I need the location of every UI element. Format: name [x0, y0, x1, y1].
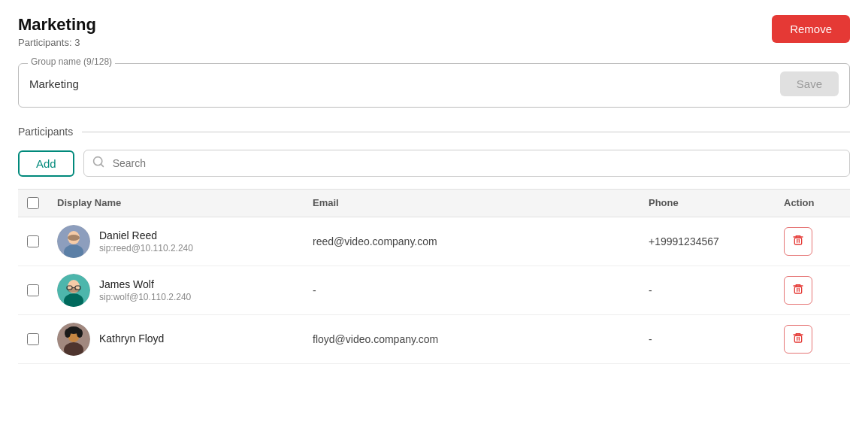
table-row: Daniel Reed sip:reed@10.110.2.240 reed@v… [18, 217, 850, 266]
delete-button[interactable] [784, 227, 812, 256]
name-block: Daniel Reed sip:reed@10.110.2.240 [99, 229, 193, 253]
participants-label: Participants [18, 126, 73, 138]
trash-icon [792, 283, 804, 298]
select-all-checkbox[interactable] [27, 197, 39, 209]
participant-email: reed@video.company.com [304, 235, 640, 247]
row-checkbox-cell[interactable] [18, 235, 48, 247]
trash-icon [792, 234, 804, 249]
avatar [57, 323, 90, 356]
table-row: James Wolf sip:wolf@10.110.2.240 - - [18, 266, 850, 315]
svg-point-24 [77, 329, 83, 338]
participants-divider [82, 132, 850, 132]
svg-rect-25 [794, 336, 801, 343]
participant-phone: - [640, 333, 775, 345]
header-row: Marketing Participants: 3 Remove [18, 15, 850, 48]
svg-rect-16 [794, 287, 801, 294]
table-header: Display Name Email Phone Action [18, 189, 850, 217]
search-wrapper [83, 150, 850, 177]
header-checkbox-cell[interactable] [18, 197, 48, 209]
table-row: Kathryn Floyd floyd@video.company.com - [18, 315, 850, 364]
row-checkbox[interactable] [27, 284, 39, 296]
svg-point-12 [68, 288, 80, 293]
col-action: Action [775, 197, 850, 209]
participants-count: Participants: 3 [18, 37, 96, 48]
search-icon [92, 156, 104, 171]
group-name-label: Group name (9/128) [28, 56, 115, 67]
title-block: Marketing Participants: 3 [18, 15, 96, 48]
name-block: Kathryn Floyd [99, 332, 164, 346]
action-cell [775, 325, 850, 354]
remove-button[interactable]: Remove [772, 15, 850, 43]
controls-row: Add [18, 150, 850, 177]
participant-sip: sip:wolf@10.110.2.240 [99, 292, 191, 302]
svg-point-23 [65, 329, 71, 338]
group-name-input[interactable] [29, 74, 771, 93]
participant-info: Kathryn Floyd [48, 323, 304, 356]
delete-button[interactable] [784, 276, 812, 305]
delete-button[interactable] [784, 325, 812, 354]
svg-point-5 [68, 235, 80, 241]
action-cell [775, 276, 850, 305]
row-checkbox[interactable] [27, 235, 39, 247]
participant-phone: - [640, 284, 775, 296]
save-button[interactable]: Save [780, 71, 839, 96]
action-cell [775, 227, 850, 256]
add-button[interactable]: Add [18, 150, 74, 177]
col-display-name: Display Name [48, 197, 304, 209]
col-phone: Phone [640, 197, 775, 209]
participant-email: - [304, 284, 640, 296]
avatar [57, 274, 90, 307]
participant-phone: +19991234567 [640, 235, 775, 247]
participant-sip: sip:reed@10.110.2.240 [99, 243, 193, 253]
trash-icon [792, 332, 804, 347]
participant-info: Daniel Reed sip:reed@10.110.2.240 [48, 225, 304, 258]
avatar [57, 225, 90, 258]
participant-name: Daniel Reed [99, 229, 193, 241]
participants-section-header: Participants [18, 126, 850, 138]
col-email: Email [304, 197, 640, 209]
participant-name: Kathryn Floyd [99, 332, 164, 344]
participant-email: floyd@video.company.com [304, 333, 640, 345]
svg-line-1 [101, 165, 103, 167]
row-checkbox[interactable] [27, 333, 39, 345]
row-checkbox-cell[interactable] [18, 284, 48, 296]
group-name-section: Group name (9/128) Save [18, 63, 850, 108]
row-checkbox-cell[interactable] [18, 333, 48, 345]
name-block: James Wolf sip:wolf@10.110.2.240 [99, 278, 191, 302]
search-input[interactable] [83, 150, 850, 177]
participant-info: James Wolf sip:wolf@10.110.2.240 [48, 274, 304, 307]
participant-name: James Wolf [99, 278, 191, 290]
participants-table: Display Name Email Phone Action [18, 189, 850, 364]
page-title: Marketing [18, 15, 96, 35]
svg-rect-6 [794, 238, 801, 245]
